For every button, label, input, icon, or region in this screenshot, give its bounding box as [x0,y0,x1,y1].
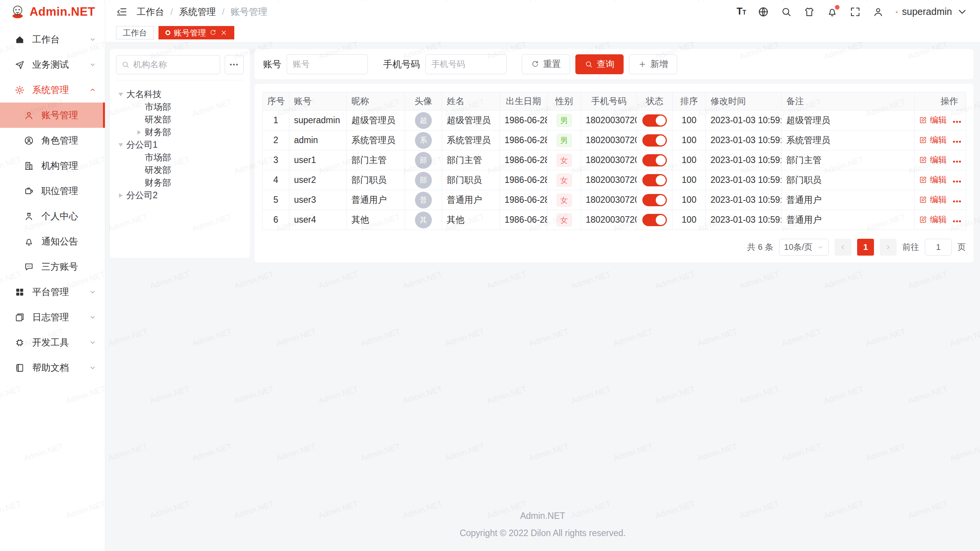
account-filter-label: 账号 [263,58,281,70]
tree-node-label: 市场部 [145,152,171,163]
sidebar-item-business-test[interactable]: 业务测试 [0,52,105,77]
sidebar-item-log-management[interactable]: 日志管理 [0,305,105,330]
query-button[interactable]: 查询 [575,54,624,74]
search-icon[interactable] [781,6,792,18]
sidebar-item-system-management[interactable]: 系统管理 [0,77,105,103]
sidebar-item-help-docs[interactable]: 帮助文档 [0,355,105,380]
tree-node[interactable]: 研发部 [116,164,244,176]
sidebar-item-platform-management[interactable]: 平台管理 [0,279,105,305]
status-toggle[interactable] [642,214,667,226]
sidebar-item-workbench[interactable]: 工作台 [0,27,105,52]
tree-node[interactable]: 分公司2 [116,189,244,202]
cell-birth: 1986-06-28 [500,130,547,150]
org-search-input[interactable] [133,60,215,70]
edit-button[interactable]: 编辑 [919,214,947,225]
account-filter-input[interactable] [287,54,368,74]
sidebar-item-dev-tools[interactable]: 开发工具 [0,330,105,355]
sidebar-item-label: 工作台 [32,33,89,46]
edit-button[interactable]: 编辑 [919,174,947,186]
sidebar-item-role-management[interactable]: 角色管理 [0,128,105,153]
prev-page-button[interactable] [835,239,851,256]
edit-button[interactable]: 编辑 [919,154,947,166]
more-actions-button[interactable]: ••• [953,178,962,185]
tree-node[interactable]: 市场部 [116,101,244,113]
active-dot-icon [165,30,170,35]
org-search-box [116,55,220,74]
more-actions-button[interactable]: ••• [953,217,962,225]
more-actions-button[interactable]: ••• [953,197,962,205]
tree-node[interactable]: 市场部 [116,151,244,164]
tab-close-icon[interactable] [220,29,227,36]
status-toggle[interactable] [642,114,667,127]
sidebar-item-notice-announcement[interactable]: 通知公告 [0,229,105,254]
tab-workbench[interactable]: 工作台 [116,26,154,39]
user-menu[interactable]: superadmin [895,4,969,20]
reset-button[interactable]: 重置 [522,54,570,74]
cell-birth: 1986-06-28 [500,170,547,190]
cell-status [637,170,673,190]
footer: Admin.NET Copyright © 2022 Dilon All rig… [105,507,980,551]
brand-logo-icon [10,4,26,20]
tab-account-management[interactable]: 账号管理 [158,26,234,39]
tree-caret-icon[interactable] [137,130,141,135]
edit-button[interactable]: 编辑 [919,134,947,146]
tree-caret-icon[interactable] [119,93,123,96]
theme-icon[interactable] [804,6,815,18]
gender-badge: 女 [557,154,572,167]
column-header-modified: 修改时间 [706,92,782,111]
notification-icon[interactable] [826,6,838,18]
font-size-icon[interactable]: TT [737,5,746,18]
tab-refresh-icon[interactable] [209,29,217,36]
brand-logo[interactable]: Admin.NET [0,0,105,24]
status-toggle[interactable] [642,174,667,186]
fullscreen-glyph [849,6,861,18]
tree-caret-icon[interactable] [119,193,122,198]
more-actions-button[interactable]: ••• [953,138,962,145]
column-header-avatar: 头像 [405,92,442,111]
sidebar-item-label: 业务测试 [32,59,89,71]
sidebar-item-third-party-account[interactable]: 三方账号 [0,254,105,279]
tree-node[interactable]: 财务部 [116,176,244,189]
reset-button-label: 重置 [543,58,561,70]
add-button[interactable]: 新增 [629,54,677,74]
cell-name: 部门主管 [442,150,500,170]
sidebar-item-account-management[interactable]: 账号管理 [0,103,105,128]
more-actions-button[interactable]: ••• [953,118,962,126]
menu-fold-icon[interactable] [116,6,127,18]
sidebar-item-position-management[interactable]: 职位管理 [0,178,105,204]
status-toggle[interactable] [642,134,667,147]
filter-panel: 账号 手机号码 重置 查询 新增 [255,49,973,79]
cell-seq: 2 [263,130,289,150]
edit-button[interactable]: 编辑 [919,114,947,126]
sidebar-item-personal-center[interactable]: 个人中心 [0,204,105,229]
gender-badge: 女 [557,214,572,227]
table-row: 5user3普通用户普普通用户1986-06-28女18020030720100… [263,190,966,210]
tree-more-button[interactable]: ••• [225,55,244,74]
current-page-button[interactable]: 1 [857,239,874,256]
next-page-button[interactable] [880,239,897,256]
status-toggle[interactable] [642,154,667,166]
status-toggle[interactable] [642,194,667,206]
cell-avatar: 部 [405,150,442,170]
chevron-down-icon [89,339,96,346]
more-actions-button[interactable]: ••• [953,158,962,165]
sidebar-item-org-management[interactable]: 机构管理 [0,153,105,178]
cell-seq: 1 [263,111,289,130]
cell-status [637,190,673,210]
goto-page-input[interactable] [925,239,952,256]
tree-node[interactable]: 研发部 [116,113,244,126]
fullscreen-icon[interactable] [849,6,861,18]
tree-node[interactable]: 财务部 [116,126,244,139]
language-icon[interactable] [758,6,769,18]
tree-caret-icon[interactable] [119,143,123,147]
tree-node[interactable]: 分公司1 [116,139,244,151]
profile-icon[interactable] [872,6,884,18]
breadcrumb-item-workbench[interactable]: 工作台 [137,6,164,18]
edit-button[interactable]: 编辑 [919,194,947,205]
page-size-select[interactable]: 10条/页 [779,239,829,256]
breadcrumb-item-system[interactable]: 系统管理 [179,6,216,18]
gender-badge: 女 [557,174,572,187]
phone-filter-input[interactable] [425,54,506,74]
tree-node[interactable]: 大名科技 [116,88,244,101]
cell-order: 100 [673,150,706,170]
